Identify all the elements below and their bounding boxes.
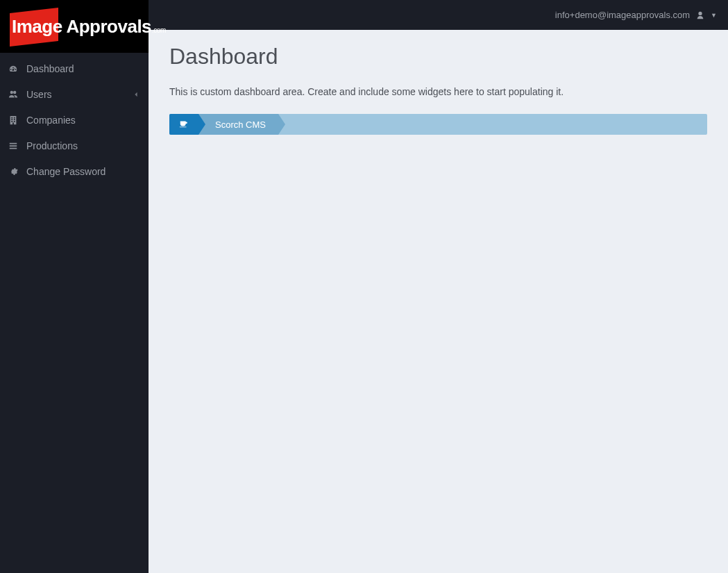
logo[interactable]: Image Approvals.com [0, 0, 149, 53]
sidebar-item-label: Dashboard [26, 63, 74, 74]
sidebar-item-label: Productions [26, 140, 78, 151]
topbar: info+demo@imageapprovals.com ▼ [149, 0, 728, 30]
users-icon [8, 90, 21, 99]
sidebar-item-change-password[interactable]: Change Password [0, 158, 149, 184]
sidebar-item-label: Users [26, 89, 52, 100]
breadcrumb-rest [278, 114, 707, 135]
coffee-icon [179, 119, 189, 131]
logo-text: Image Approvals.com [12, 16, 166, 38]
sidebar-item-label: Companies [26, 115, 76, 126]
user-icon [695, 10, 705, 20]
sidebar-item-users[interactable]: Users [0, 81, 149, 107]
user-email: info+demo@imageapprovals.com [555, 10, 690, 20]
list-icon [8, 141, 21, 151]
sidebar-item-companies[interactable]: Companies [0, 107, 149, 133]
chevron-left-icon [133, 91, 139, 99]
sidebar-nav: Dashboard Users Companies [0, 53, 149, 184]
breadcrumb-home[interactable] [169, 114, 198, 135]
building-icon [8, 115, 21, 125]
sidebar-item-productions[interactable]: Productions [0, 133, 149, 158]
content: Dashboard This is custom dashboard area.… [149, 30, 728, 149]
sidebar-item-dashboard[interactable]: Dashboard [0, 56, 149, 81]
caret-down-icon: ▼ [711, 12, 717, 19]
breadcrumb-label: Scorch CMS [215, 119, 266, 130]
gear-icon [8, 167, 21, 176]
sidebar: Image Approvals.com Dashboard Users [0, 0, 149, 573]
dashboard-intro: This is custom dashboard area. Create an… [169, 86, 707, 97]
breadcrumb: Scorch CMS [169, 114, 707, 135]
page-title: Dashboard [169, 44, 707, 69]
user-menu[interactable]: info+demo@imageapprovals.com ▼ [555, 10, 717, 20]
sidebar-item-label: Change Password [26, 166, 105, 177]
breadcrumb-item[interactable]: Scorch CMS [198, 114, 278, 135]
dashboard-icon [8, 64, 21, 74]
